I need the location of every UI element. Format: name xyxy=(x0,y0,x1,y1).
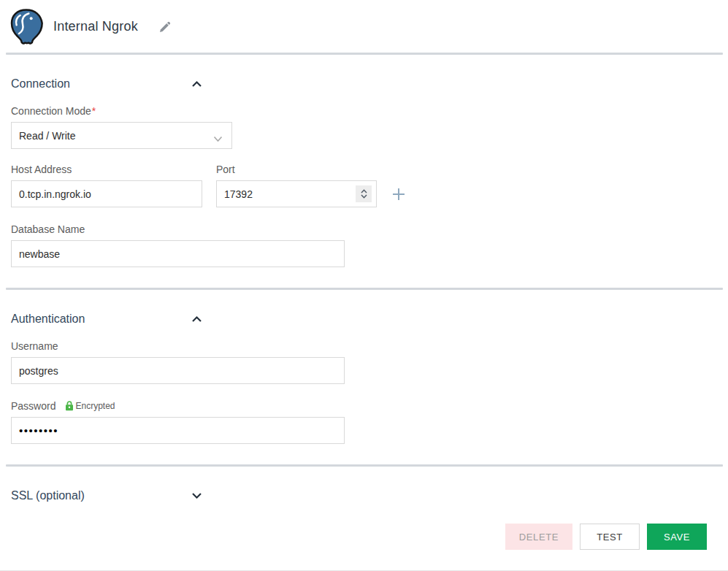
page-title: Internal Ngrok xyxy=(53,19,138,34)
connection-mode-selected-value: Read / Write xyxy=(19,130,76,142)
section-title-authentication: Authentication xyxy=(11,313,85,326)
form-content: Connection Connection Mode* Read / Write… xyxy=(0,77,728,550)
test-button[interactable]: TEST xyxy=(580,524,640,550)
section-header-ssl[interactable]: SSL (optional) xyxy=(11,489,202,502)
required-asterisk: * xyxy=(92,105,96,117)
field-connection-mode: Connection Mode* Read / Write xyxy=(11,105,717,149)
field-port: Port xyxy=(216,164,377,207)
port-input-wrap xyxy=(216,180,377,207)
host-label: Host Address xyxy=(11,164,202,175)
connection-mode-label-text: Connection Mode xyxy=(11,105,91,117)
number-stepper-icon[interactable] xyxy=(356,185,372,202)
chevron-up-icon[interactable] xyxy=(191,80,202,88)
field-username: Username xyxy=(11,340,717,384)
section-title-connection: Connection xyxy=(11,77,70,91)
chevron-down-icon[interactable] xyxy=(191,492,202,499)
add-host-plus-icon[interactable] xyxy=(391,187,406,202)
port-input[interactable] xyxy=(216,180,377,207)
field-host: Host Address xyxy=(11,164,202,207)
save-button[interactable]: SAVE xyxy=(647,524,707,550)
password-input[interactable] xyxy=(11,417,345,444)
chevron-up-icon[interactable] xyxy=(191,315,202,323)
delete-button[interactable]: DELETE xyxy=(505,524,572,550)
section-header-connection[interactable]: Connection xyxy=(11,77,202,91)
port-label: Port xyxy=(216,164,377,175)
password-label: Password xyxy=(11,400,55,412)
connection-settings-page: Internal Ngrok Connection Connection Mod… xyxy=(0,0,728,571)
connection-mode-select[interactable]: Read / Write xyxy=(11,122,232,149)
encrypted-badge: Encrypted xyxy=(65,401,115,411)
section-header-authentication[interactable]: Authentication xyxy=(11,313,202,326)
username-input[interactable] xyxy=(11,357,345,384)
section-divider xyxy=(6,464,723,467)
lock-icon xyxy=(65,401,74,411)
section-title-ssl: SSL (optional) xyxy=(11,489,85,502)
action-button-row: DELETE TEST SAVE xyxy=(11,524,707,550)
page-header: Internal Ngrok xyxy=(0,0,728,53)
chevron-down-icon xyxy=(213,132,223,145)
field-password: Password Encrypted xyxy=(11,400,717,444)
database-input[interactable] xyxy=(11,240,345,267)
host-input[interactable] xyxy=(11,180,202,207)
username-label: Username xyxy=(11,340,717,352)
postgresql-logo-icon xyxy=(7,8,45,45)
connection-mode-label: Connection Mode* xyxy=(11,105,717,117)
pencil-edit-icon[interactable] xyxy=(158,21,171,34)
field-database: Database Name xyxy=(11,223,717,267)
header-divider xyxy=(6,53,723,55)
encrypted-badge-text: Encrypted xyxy=(75,401,115,411)
section-divider xyxy=(6,288,723,290)
database-label: Database Name xyxy=(11,223,717,235)
host-port-row: Host Address Port xyxy=(11,164,717,207)
password-label-row: Password Encrypted xyxy=(11,400,717,412)
